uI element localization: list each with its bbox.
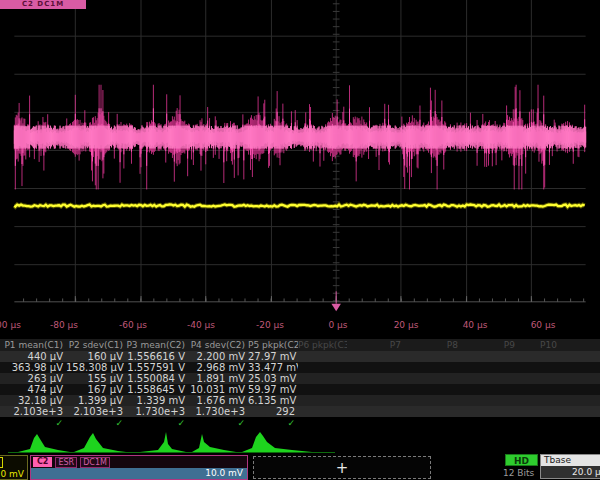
status-check-p5: ✓: [248, 418, 298, 428]
measure-value-mean-p1: 363.98 µV: [0, 362, 66, 373]
parameter-header-2[interactable]: P2 sdev(C1): [66, 340, 126, 350]
measure-value-min-p2: 155 µV: [66, 373, 126, 384]
adc-bits-label: 12 Bits: [503, 468, 543, 478]
c2-scale-value: 10.0 mV: [31, 468, 247, 479]
measure-value-value-p1: 440 µV: [0, 351, 66, 362]
measure-table-row: 263 µV155 µV1.550084 V1.891 mV25.03 mV: [0, 373, 600, 384]
parameter-header-1[interactable]: P1 mean(C1): [0, 340, 66, 350]
c2-coupling-badge: DC1M: [80, 457, 110, 468]
parameter-header-10[interactable]: P10: [518, 340, 560, 350]
measure-table-row: 32.18 µV1.399 µV1.339 mV1.676 mV6.135 mV: [0, 395, 600, 406]
x-axis-label: -40 µs: [187, 320, 215, 330]
measure-value-value-p5: 27.97 mV: [248, 351, 298, 362]
trace-annotation-badge[interactable]: C2 DC1M: [0, 0, 86, 9]
status-check-p1: ✓: [0, 418, 66, 428]
x-axis-label: 20 µs: [394, 320, 419, 330]
c1-descriptor-box[interactable]: DC1M 0 mV: [0, 455, 28, 480]
timebase-descriptor-box[interactable]: Tbase 20.0 µs/div: [540, 454, 600, 479]
x-axis-label: 60 µs: [531, 320, 556, 330]
hd-mode-badge[interactable]: HD: [505, 454, 538, 466]
measure-table-row: 440 µV160 µV1.556616 V2.200 mV27.97 mV: [0, 351, 600, 362]
measure-value-num-p3: 1.730e+3: [126, 406, 188, 417]
measure-value-value-p2: 160 µV: [66, 351, 126, 362]
x-axis-labels: -100 µs-80 µs-60 µs-40 µs-20 µs0 µs20 µs…: [0, 320, 600, 334]
c2-esr-badge: ESR: [55, 457, 77, 468]
x-axis-label: 0 µs: [328, 320, 347, 330]
status-check-p2: ✓: [66, 418, 126, 428]
descriptor-bar: DC1M 0 mV C2 ESR DC1M 10.0 mV + HD 12 Bi…: [0, 453, 600, 480]
measure-value-mean-p3: 1.557591 V: [126, 362, 188, 373]
x-axis-label: -80 µs: [50, 320, 78, 330]
measure-value-max-p3: 1.558645 V: [126, 384, 188, 395]
measure-value-value-p3: 1.556616 V: [126, 351, 188, 362]
add-trace-button[interactable]: +: [253, 456, 431, 479]
measure-value-num-p2: 2.103e+3: [66, 406, 126, 417]
measurement-table: P1 mean(C1)P2 sdev(C1)P3 mean(C2)P4 sdev…: [0, 339, 600, 428]
x-axis-label: -100 µs: [0, 320, 21, 330]
measure-value-min-p1: 263 µV: [0, 373, 66, 384]
parameter-header-4[interactable]: P4 sdev(C2): [188, 340, 248, 350]
measure-value-sdev-p2: 1.399 µV: [66, 395, 126, 406]
measure-value-num-p5: 292: [248, 406, 298, 417]
measure-value-min-p4: 1.891 mV: [188, 373, 248, 384]
histicon-P5[interactable]: [242, 432, 312, 452]
measure-table-row: ✓✓✓✓✓: [0, 417, 600, 428]
timebase-label: Tbase: [541, 455, 600, 466]
measure-value-num-p4: 1.730e+3: [188, 406, 248, 417]
measure-value-max-p4: 10.031 mV: [188, 384, 248, 395]
parameter-histicons: [0, 429, 600, 455]
measure-value-max-p1: 474 µV: [0, 384, 66, 395]
measure-table-row: 363.98 µV158.308 µV1.557591 V2.968 mV33.…: [0, 362, 600, 373]
parameter-header-6[interactable]: P6 pkpk(C3): [298, 340, 347, 350]
measure-value-mean-p5: 33.477 mV: [248, 362, 298, 373]
histicon-P3[interactable]: [140, 432, 186, 452]
parameter-header-9[interactable]: P9: [461, 340, 518, 350]
x-axis-label: -60 µs: [119, 320, 147, 330]
oscilloscope-screen: C2 DC1M -100 µs-80 µs-60 µs-40 µs-20 µs0…: [0, 0, 600, 480]
c2-descriptor-top: C2 ESR DC1M: [31, 456, 247, 468]
c1-scale-value: 0 mV: [0, 468, 27, 479]
parameter-header-8[interactable]: P8: [404, 340, 461, 350]
measure-value-num-p1: 2.103e+3: [0, 406, 66, 417]
histicon-P4[interactable]: [192, 434, 236, 452]
c2-channel-label: C2: [33, 457, 52, 467]
measure-value-min-p3: 1.550084 V: [126, 373, 188, 384]
measure-value-min-p5: 25.03 mV: [248, 373, 298, 384]
status-check-p3: ✓: [126, 418, 188, 428]
measure-value-sdev-p1: 32.18 µV: [0, 395, 66, 406]
measure-value-sdev-p5: 6.135 mV: [248, 395, 298, 406]
measure-table-row: 474 µV167 µV1.558645 V10.031 mV59.97 mV: [0, 384, 600, 395]
measure-value-value-p4: 2.200 mV: [188, 351, 248, 362]
measure-value-sdev-p3: 1.339 mV: [126, 395, 188, 406]
measure-table-row: 2.103e+32.103e+31.730e+31.730e+3292: [0, 406, 600, 417]
measure-value-sdev-p4: 1.676 mV: [188, 395, 248, 406]
x-axis-label: 40 µs: [463, 320, 488, 330]
parameter-header-5[interactable]: P5 pkpk(C2): [248, 340, 298, 350]
histicon-P2[interactable]: [74, 433, 126, 452]
histicon-P1[interactable]: [18, 434, 70, 452]
x-axis-label: -20 µs: [256, 320, 284, 330]
measure-table-header-row: P1 mean(C1)P2 sdev(C1)P3 mean(C2)P4 sdev…: [0, 339, 600, 351]
measure-value-mean-p4: 2.968 mV: [188, 362, 248, 373]
parameter-header-7[interactable]: P7: [347, 340, 404, 350]
timebase-value: 20.0 µs/div: [541, 466, 600, 478]
parameter-header-3[interactable]: P3 mean(C2): [126, 340, 188, 350]
measure-value-mean-p2: 158.308 µV: [66, 362, 126, 373]
measure-value-max-p5: 59.97 mV: [248, 384, 298, 395]
waveform-grid: [0, 0, 600, 318]
status-check-p4: ✓: [188, 418, 248, 428]
c2-descriptor-box[interactable]: C2 ESR DC1M 10.0 mV: [30, 455, 248, 480]
c1-coupling-badge: DC1M: [0, 457, 3, 468]
measure-value-max-p2: 167 µV: [66, 384, 126, 395]
